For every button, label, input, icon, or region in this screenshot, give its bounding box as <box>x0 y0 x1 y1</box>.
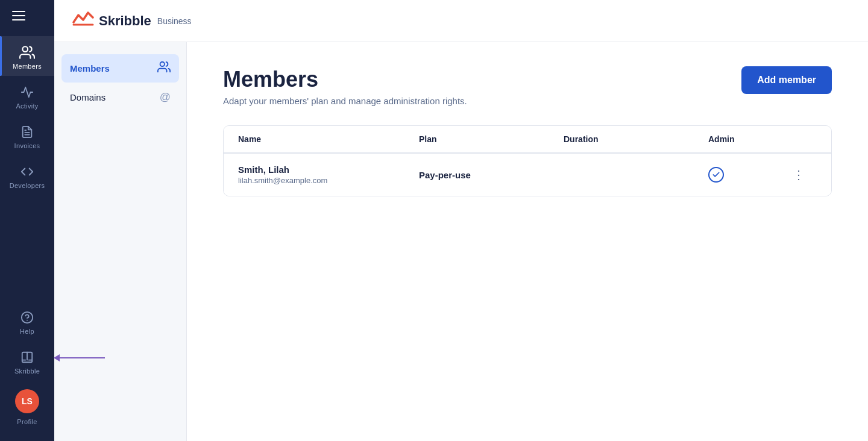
subnav-members-label: Members <box>70 63 110 74</box>
member-admin <box>708 167 781 183</box>
sidebar-item-developers-label: Developers <box>10 182 45 189</box>
logo-icon <box>72 10 94 31</box>
sidebar-item-activity[interactable]: Activity <box>0 76 54 116</box>
sidebar-item-profile[interactable]: LS Profile <box>0 381 54 431</box>
members-table: Name Plan Duration Admin Smith, Lilah li… <box>223 125 832 196</box>
subnav-domains-icon: @ <box>160 91 171 104</box>
right-panel: Skribble Business Members Domains @ <box>54 0 868 441</box>
sidebar-item-members[interactable]: Members <box>0 36 54 76</box>
col-plan: Plan <box>419 134 564 144</box>
member-name-cell: Smith, Lilah lilah.smith@example.com <box>238 164 419 185</box>
col-admin: Admin <box>708 134 781 144</box>
logo-badge: Business <box>157 16 192 26</box>
svg-point-0 <box>22 46 28 52</box>
help-icon <box>19 310 35 325</box>
sidebar-nav: Members Activity Invoices <box>0 36 54 301</box>
hamburger-icon <box>12 11 25 20</box>
table-row: Smith, Lilah lilah.smith@example.com Pay… <box>224 153 831 196</box>
member-email: lilah.smith@example.com <box>238 176 419 185</box>
col-actions <box>781 134 817 144</box>
members-icon <box>19 45 35 60</box>
sidebar-item-skribble[interactable]: Skribble <box>0 341 54 381</box>
invoices-icon <box>19 124 35 140</box>
logo-container: Skribble Business <box>72 10 192 31</box>
subnav-domains-label: Domains <box>70 92 105 102</box>
logo-text: Skribble <box>99 13 151 29</box>
add-member-button[interactable]: Add member <box>741 66 832 94</box>
avatar[interactable]: LS <box>15 389 39 413</box>
title-area: Members Adapt your members' plan and man… <box>223 66 467 106</box>
page-title: Members <box>223 66 467 92</box>
sidebar-item-members-label: Members <box>13 63 42 70</box>
sidebar-bottom: Help Skribble LS Profile <box>0 301 54 431</box>
svg-point-8 <box>160 62 165 66</box>
sidebar-item-invoices[interactable]: Invoices <box>0 116 54 155</box>
sidebar-item-profile-label: Profile <box>17 418 37 425</box>
subnav-members-icon <box>157 60 171 77</box>
row-more-button[interactable]: ⋮ <box>781 165 817 184</box>
sidebar-item-developers[interactable]: Developers <box>0 155 54 195</box>
sidebar-item-activity-label: Activity <box>16 102 38 110</box>
admin-checkmark <box>708 167 724 183</box>
activity-icon <box>19 84 35 100</box>
sidebar-item-help-label: Help <box>20 328 34 335</box>
right-content: Members Domains @ Members <box>54 42 868 441</box>
member-name: Smith, Lilah <box>238 164 419 175</box>
sidebar: Members Activity Invoices <box>0 0 54 441</box>
hamburger-menu[interactable] <box>0 0 54 31</box>
developers-icon <box>19 164 35 180</box>
main-content: Members Adapt your members' plan and man… <box>187 42 868 441</box>
main-header: Members Adapt your members' plan and man… <box>223 66 832 106</box>
topbar: Skribble Business <box>54 0 868 42</box>
sidebar-item-invoices-label: Invoices <box>14 142 40 149</box>
sidebar-item-help[interactable]: Help <box>0 301 54 341</box>
member-plan: Pay-per-use <box>419 170 564 180</box>
col-duration: Duration <box>564 134 708 144</box>
subnav: Members Domains @ <box>54 42 187 441</box>
subnav-item-domains[interactable]: Domains @ <box>61 85 179 110</box>
table-header: Name Plan Duration Admin <box>224 126 831 153</box>
col-name: Name <box>238 134 419 144</box>
subnav-item-members[interactable]: Members <box>61 54 179 83</box>
skribble-icon <box>19 349 35 365</box>
sidebar-item-skribble-label: Skribble <box>14 367 40 375</box>
page-subtitle: Adapt your members' plan and manage admi… <box>223 96 467 106</box>
